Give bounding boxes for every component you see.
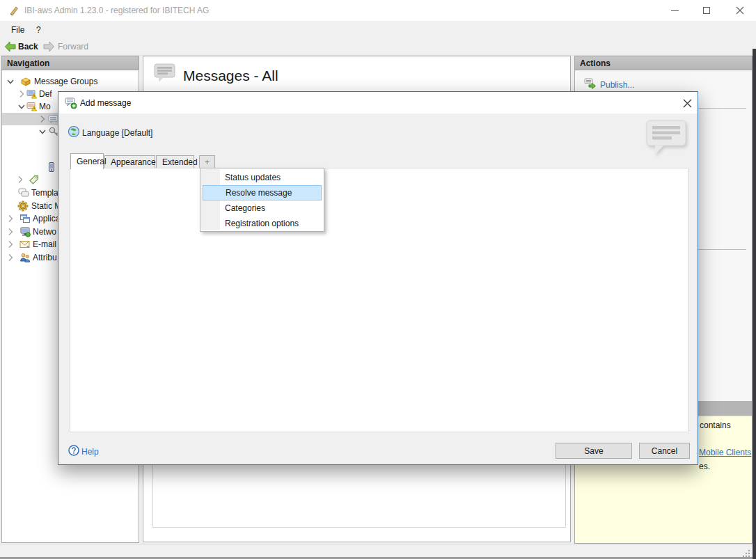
close-icon — [736, 6, 744, 15]
tab-add-plus[interactable]: + — [199, 155, 215, 168]
menu-item-resolve-message[interactable]: Resolve message — [203, 185, 322, 200]
status-bar — [0, 544, 756, 559]
mobile-phone-icon — [46, 162, 57, 173]
tab-extended[interactable]: Extended — [156, 155, 194, 168]
chevron-expanded-icon[interactable] — [37, 126, 48, 137]
help-link[interactable]: Help — [81, 447, 99, 457]
chevron-collapsed-icon[interactable] — [5, 213, 16, 224]
add-message-icon — [65, 97, 77, 109]
tree-item-label: Message Groups — [34, 77, 97, 86]
menu-item-categories[interactable]: Categories — [203, 200, 322, 216]
network-icon — [19, 226, 31, 237]
templates-icon — [18, 187, 29, 198]
chevron-collapsed-icon[interactable] — [5, 226, 16, 237]
note-text-fragment-2: es. — [699, 462, 710, 471]
general-tab-panel — [70, 168, 688, 432]
tree-item-message-groups[interactable]: Message Groups — [2, 75, 140, 88]
close-icon — [683, 99, 692, 108]
minimize-button[interactable] — [661, 0, 688, 21]
menu-item-registration-options[interactable]: Registration options — [203, 216, 322, 231]
language-label: Language [Default] — [82, 128, 152, 138]
messages-panel-title: Messages - All — [183, 68, 278, 84]
window-title: IBI-aws Admin 1.23.0 - registered for IB… — [24, 6, 209, 15]
back-icon — [4, 41, 16, 52]
actions-header: Actions — [574, 56, 753, 70]
toolbar: Back Forward — [0, 38, 756, 56]
dialog-title-bar: Add message — [58, 92, 698, 113]
forward-button[interactable]: Forward — [58, 42, 88, 52]
tag-icon — [29, 174, 40, 185]
tree-item-label: Attribu — [33, 253, 57, 262]
app-icon — [8, 5, 19, 16]
close-button[interactable] — [727, 0, 753, 21]
dialog-close-button[interactable] — [681, 97, 693, 109]
chevron-collapsed-icon[interactable] — [5, 252, 16, 263]
language-globe-icon — [68, 125, 80, 138]
forward-icon — [43, 41, 55, 52]
chevron-collapsed-icon[interactable] — [16, 88, 27, 100]
messages-header-icon — [153, 63, 177, 85]
chevron-expanded-icon[interactable] — [5, 76, 16, 87]
chevron-expanded-icon[interactable] — [16, 101, 27, 112]
tree-item-label: E-mail — [33, 239, 56, 249]
maximize-icon — [703, 7, 710, 14]
message-groups-icon — [20, 76, 31, 87]
publish-icon — [584, 78, 597, 89]
help-icon — [68, 445, 79, 456]
mobile-clients-link[interactable]: Mobile Clients — [699, 448, 751, 457]
attributes-users-icon — [19, 252, 31, 263]
publish-link[interactable]: Publish... — [600, 80, 634, 90]
cancel-button[interactable]: Cancel — [639, 443, 690, 459]
navigation-header: Navigation — [1, 56, 139, 70]
chevron-collapsed-icon[interactable] — [15, 174, 26, 185]
menu-file[interactable]: File — [7, 24, 29, 36]
tab-general[interactable]: General — [70, 153, 104, 169]
tab-appearance[interactable]: Appearance — [104, 155, 155, 168]
gear-icon — [17, 200, 29, 212]
menu-item-status-updates[interactable]: Status updates — [203, 170, 322, 185]
dialog-title: Add message — [80, 98, 131, 108]
tree-item-label: Static M — [31, 201, 61, 211]
tree-item-label: Def — [39, 89, 52, 99]
menu-help[interactable]: ? — [32, 24, 45, 36]
resize-grip[interactable] — [740, 547, 751, 557]
save-button[interactable]: Save — [556, 443, 632, 459]
minimize-icon — [671, 10, 679, 11]
title-bar: IBI-aws Admin 1.23.0 - registered for IB… — [0, 0, 756, 21]
message-group-warning-icon — [26, 101, 38, 112]
message-watermark-icon — [645, 119, 690, 158]
chevron-collapsed-icon[interactable] — [37, 113, 48, 125]
add-tab-popup-menu: Status updates Resolve message Categorie… — [200, 168, 324, 232]
tree-item-label: Applica — [33, 214, 60, 223]
tree-item-label: Mo — [39, 102, 51, 111]
tree-item-label: Netwo — [33, 227, 56, 237]
desktop-edge — [753, 49, 756, 559]
menu-bar: File ? — [0, 21, 756, 38]
applications-icon — [19, 213, 31, 224]
chevron-collapsed-icon[interactable] — [5, 239, 16, 250]
app-window: IBI-aws Admin 1.23.0 - registered for IB… — [0, 0, 756, 559]
note-text-fragment: contains — [700, 420, 731, 430]
maximize-button[interactable] — [693, 0, 720, 21]
add-message-dialog: Add message Language [Default] General A… — [58, 91, 698, 465]
message-group-warning-icon — [26, 88, 38, 100]
tree-item-label: Templa — [31, 188, 58, 198]
back-button[interactable]: Back — [18, 42, 38, 52]
email-icon — [19, 239, 31, 250]
